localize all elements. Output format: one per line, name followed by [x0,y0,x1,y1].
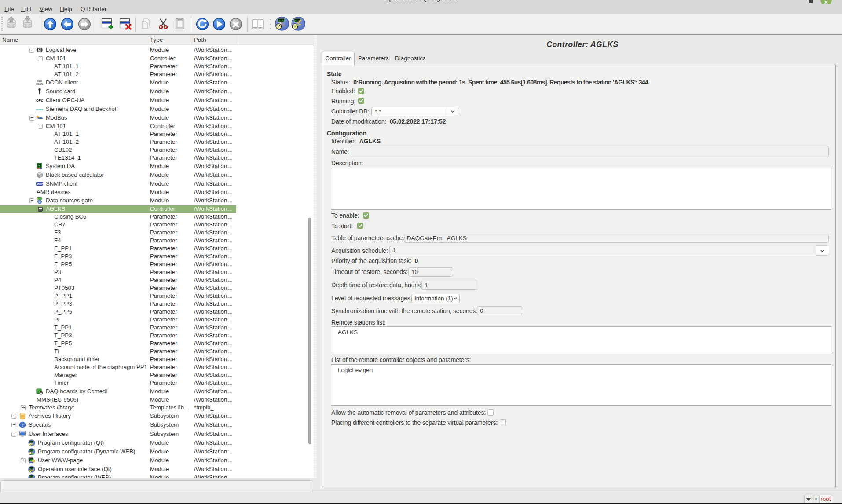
svg-text:18:41: 18:41 [29,450,34,452]
svg-text:SIEMENS: SIEMENS [36,109,43,111]
svg-text:18:41: 18:41 [29,467,34,469]
svg-text:18:41: 18:41 [29,441,34,443]
svg-text:OPC: OPC [36,99,43,102]
svg-text:W: W [32,453,34,455]
svg-text:ModBus: ModBus [37,117,43,119]
svg-text:SNMP: SNMP [37,183,43,185]
svg-text:DCON: DCON [36,83,43,85]
svg-text:?: ? [21,423,23,427]
svg-text:18:41: 18:41 [29,476,34,478]
